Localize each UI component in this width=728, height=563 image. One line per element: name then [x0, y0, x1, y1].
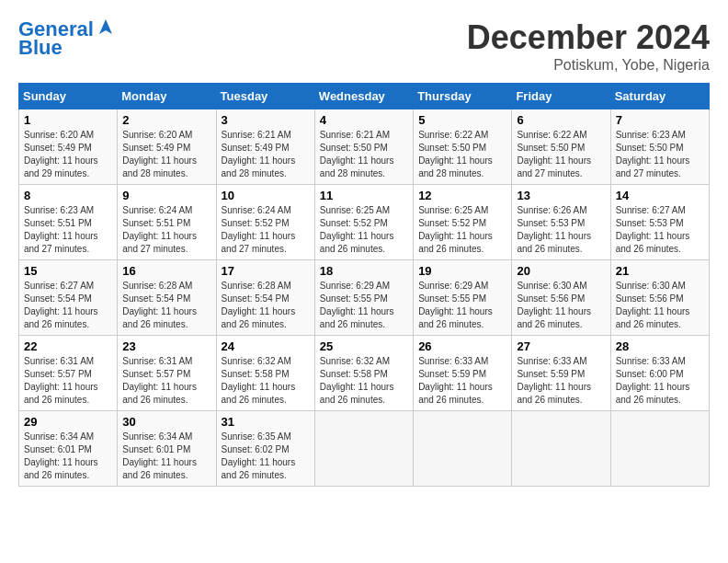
day-info: Sunrise: 6:31 AM Sunset: 5:57 PM Dayligh… [24, 355, 112, 407]
day-info: Sunrise: 6:33 AM Sunset: 5:59 PM Dayligh… [517, 355, 605, 407]
calendar-day-cell: 3Sunrise: 6:21 AM Sunset: 5:49 PM Daylig… [216, 109, 314, 185]
day-number: 10 [222, 189, 310, 202]
logo-bird-icon [96, 17, 116, 38]
day-number: 28 [616, 339, 704, 353]
day-number: 14 [616, 189, 704, 202]
day-info: Sunrise: 6:23 AM Sunset: 5:51 PM Dayligh… [24, 204, 112, 256]
day-info: Sunrise: 6:35 AM Sunset: 6:02 PM Dayligh… [222, 431, 310, 482]
day-number: 19 [418, 264, 506, 278]
day-number: 13 [517, 189, 605, 202]
calendar-day-cell: 15Sunrise: 6:27 AM Sunset: 5:54 PM Dayli… [19, 260, 118, 336]
day-of-week-header: Wednesday [314, 84, 413, 109]
calendar-day-cell [512, 411, 610, 487]
calendar-day-cell: 1Sunrise: 6:20 AM Sunset: 5:49 PM Daylig… [19, 109, 118, 185]
calendar-day-cell: 19Sunrise: 6:29 AM Sunset: 5:55 PM Dayli… [414, 260, 512, 336]
day-number: 26 [418, 339, 506, 353]
svg-marker-0 [99, 19, 112, 34]
calendar-day-cell: 20Sunrise: 6:30 AM Sunset: 5:56 PM Dayli… [512, 260, 610, 336]
day-number: 31 [222, 415, 310, 429]
calendar-day-cell: 21Sunrise: 6:30 AM Sunset: 5:56 PM Dayli… [610, 260, 709, 336]
day-number: 1 [24, 113, 112, 127]
calendar-day-cell: 4Sunrise: 6:21 AM Sunset: 5:50 PM Daylig… [314, 109, 413, 185]
day-number: 16 [122, 264, 210, 278]
calendar-day-cell: 17Sunrise: 6:28 AM Sunset: 5:54 PM Dayli… [216, 260, 314, 336]
day-number: 5 [418, 113, 506, 127]
calendar-day-cell: 12Sunrise: 6:25 AM Sunset: 5:52 PM Dayli… [414, 185, 512, 260]
calendar-week-row: 15Sunrise: 6:27 AM Sunset: 5:54 PM Dayli… [19, 260, 710, 336]
day-of-week-header: Sunday [19, 84, 118, 109]
day-of-week-header: Friday [512, 84, 610, 109]
day-info: Sunrise: 6:34 AM Sunset: 6:01 PM Dayligh… [24, 431, 112, 482]
day-info: Sunrise: 6:22 AM Sunset: 5:50 PM Dayligh… [517, 129, 605, 180]
day-info: Sunrise: 6:29 AM Sunset: 5:55 PM Dayligh… [418, 280, 506, 331]
day-number: 17 [222, 264, 310, 278]
day-info: Sunrise: 6:34 AM Sunset: 6:01 PM Dayligh… [122, 431, 210, 482]
day-number: 7 [616, 113, 704, 127]
day-info: Sunrise: 6:25 AM Sunset: 5:52 PM Dayligh… [418, 204, 506, 256]
month-title: December 2024 [467, 18, 710, 57]
calendar-day-cell: 8Sunrise: 6:23 AM Sunset: 5:51 PM Daylig… [19, 185, 118, 260]
calendar-day-cell: 25Sunrise: 6:32 AM Sunset: 5:58 PM Dayli… [314, 336, 413, 411]
day-info: Sunrise: 6:31 AM Sunset: 5:57 PM Dayligh… [122, 355, 210, 407]
calendar-day-cell [314, 411, 413, 487]
calendar-day-cell: 27Sunrise: 6:33 AM Sunset: 5:59 PM Dayli… [512, 336, 610, 411]
calendar-day-cell: 2Sunrise: 6:20 AM Sunset: 5:49 PM Daylig… [118, 109, 216, 185]
day-number: 8 [24, 189, 112, 202]
day-number: 24 [222, 339, 310, 353]
calendar-day-cell: 26Sunrise: 6:33 AM Sunset: 5:59 PM Dayli… [414, 336, 512, 411]
day-number: 29 [24, 415, 112, 429]
day-number: 21 [616, 264, 704, 278]
day-info: Sunrise: 6:22 AM Sunset: 5:50 PM Dayligh… [418, 129, 506, 180]
day-number: 4 [320, 113, 408, 127]
day-of-week-header: Saturday [610, 84, 709, 109]
calendar-week-row: 1Sunrise: 6:20 AM Sunset: 5:49 PM Daylig… [19, 109, 710, 185]
day-number: 12 [418, 189, 506, 202]
title-block: December 2024 Potiskum, Yobe, Nigeria [467, 18, 710, 74]
calendar-day-cell: 30Sunrise: 6:34 AM Sunset: 6:01 PM Dayli… [118, 411, 216, 487]
calendar-day-cell [610, 411, 709, 487]
location-subtitle: Potiskum, Yobe, Nigeria [467, 57, 710, 74]
day-number: 25 [320, 339, 408, 353]
calendar-header-row: SundayMondayTuesdayWednesdayThursdayFrid… [19, 84, 710, 109]
calendar-day-cell: 23Sunrise: 6:31 AM Sunset: 5:57 PM Dayli… [118, 336, 216, 411]
day-number: 30 [122, 415, 210, 429]
calendar-day-cell: 14Sunrise: 6:27 AM Sunset: 5:53 PM Dayli… [610, 185, 709, 260]
calendar-day-cell: 16Sunrise: 6:28 AM Sunset: 5:54 PM Dayli… [118, 260, 216, 336]
calendar-day-cell: 6Sunrise: 6:22 AM Sunset: 5:50 PM Daylig… [512, 109, 610, 185]
calendar-day-cell [414, 411, 512, 487]
calendar-week-row: 8Sunrise: 6:23 AM Sunset: 5:51 PM Daylig… [19, 185, 710, 260]
day-info: Sunrise: 6:27 AM Sunset: 5:54 PM Dayligh… [24, 280, 112, 331]
day-number: 23 [122, 339, 210, 353]
calendar-table: SundayMondayTuesdayWednesdayThursdayFrid… [18, 83, 710, 487]
calendar-day-cell: 5Sunrise: 6:22 AM Sunset: 5:50 PM Daylig… [414, 109, 512, 185]
day-info: Sunrise: 6:21 AM Sunset: 5:49 PM Dayligh… [222, 129, 310, 180]
day-number: 18 [320, 264, 408, 278]
calendar-day-cell: 18Sunrise: 6:29 AM Sunset: 5:55 PM Dayli… [314, 260, 413, 336]
day-info: Sunrise: 6:29 AM Sunset: 5:55 PM Dayligh… [320, 280, 408, 331]
calendar-day-cell: 28Sunrise: 6:33 AM Sunset: 6:00 PM Dayli… [610, 336, 709, 411]
day-info: Sunrise: 6:28 AM Sunset: 5:54 PM Dayligh… [222, 280, 310, 331]
day-info: Sunrise: 6:20 AM Sunset: 5:49 PM Dayligh… [122, 129, 210, 180]
day-info: Sunrise: 6:30 AM Sunset: 5:56 PM Dayligh… [517, 280, 605, 331]
day-number: 6 [517, 113, 605, 127]
day-of-week-header: Tuesday [216, 84, 314, 109]
calendar-week-row: 29Sunrise: 6:34 AM Sunset: 6:01 PM Dayli… [19, 411, 710, 487]
page-header: General Blue December 2024 Potiskum, Yob… [18, 18, 710, 74]
day-info: Sunrise: 6:25 AM Sunset: 5:52 PM Dayligh… [320, 204, 408, 256]
logo-text-line2: Blue [18, 37, 63, 59]
calendar-day-cell: 7Sunrise: 6:23 AM Sunset: 5:50 PM Daylig… [610, 109, 709, 185]
calendar-week-row: 22Sunrise: 6:31 AM Sunset: 5:57 PM Dayli… [19, 336, 710, 411]
day-info: Sunrise: 6:26 AM Sunset: 5:53 PM Dayligh… [517, 204, 605, 256]
calendar-day-cell: 9Sunrise: 6:24 AM Sunset: 5:51 PM Daylig… [118, 185, 216, 260]
day-info: Sunrise: 6:32 AM Sunset: 5:58 PM Dayligh… [222, 355, 310, 407]
day-number: 27 [517, 339, 605, 353]
day-info: Sunrise: 6:30 AM Sunset: 5:56 PM Dayligh… [616, 280, 704, 331]
calendar-day-cell: 24Sunrise: 6:32 AM Sunset: 5:58 PM Dayli… [216, 336, 314, 411]
day-number: 20 [517, 264, 605, 278]
day-number: 22 [24, 339, 112, 353]
day-info: Sunrise: 6:20 AM Sunset: 5:49 PM Dayligh… [24, 129, 112, 180]
day-info: Sunrise: 6:28 AM Sunset: 5:54 PM Dayligh… [122, 280, 210, 331]
day-info: Sunrise: 6:21 AM Sunset: 5:50 PM Dayligh… [320, 129, 408, 180]
day-info: Sunrise: 6:27 AM Sunset: 5:53 PM Dayligh… [616, 204, 704, 256]
day-info: Sunrise: 6:24 AM Sunset: 5:51 PM Dayligh… [122, 204, 210, 256]
